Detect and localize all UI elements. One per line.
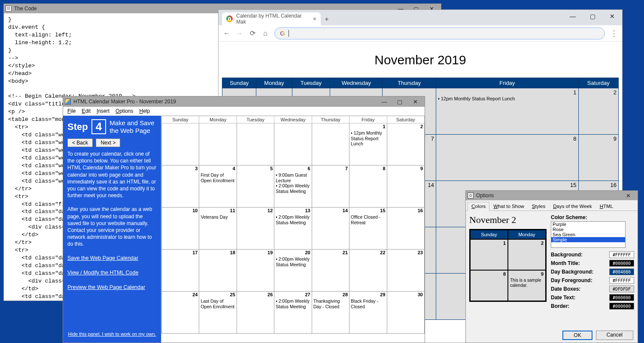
color-swatch[interactable]: #000000 [609, 294, 634, 301]
options-tabs: ColorsWhat to ShowStylesDays of the Week… [466, 200, 638, 211]
color-properties: Background:#FFFFFFMonth Title:#000000Day… [551, 251, 634, 310]
editor-calendar[interactable]: SundayMondayTuesdayWednesdayThursdayFrid… [161, 116, 425, 334]
calendar-cell[interactable]: 1• 12pm Monthly Status Report Lunch [349, 123, 387, 165]
reload-icon[interactable]: ⟳ [249, 29, 256, 37]
tab-close-icon[interactable]: × [313, 15, 316, 22]
calendar-cell[interactable]: 2 [387, 123, 424, 165]
menu-icon[interactable]: ⋮ [610, 29, 618, 38]
calendar-cell[interactable]: 8 [349, 165, 387, 208]
close-button[interactable]: ✕ [602, 10, 622, 23]
menu-file[interactable]: File [65, 107, 78, 115]
options-titlebar[interactable]: Options ✕ [466, 191, 638, 200]
color-scheme-label: Color Scheme: [551, 214, 634, 220]
calendar-cell[interactable]: 17 [162, 250, 199, 292]
home-icon[interactable]: ⌂ [261, 30, 269, 37]
maximize-button[interactable]: ▢ [583, 10, 602, 23]
cancel-button[interactable]: Cancel [596, 331, 633, 340]
menu-options[interactable]: Options [113, 107, 136, 115]
tab-styles[interactable]: Styles [528, 202, 549, 211]
calendar-cell[interactable]: 27• 2:00pm Weekly Status Meeting [274, 292, 312, 334]
color-swatch[interactable]: #FFFFFF [609, 251, 634, 258]
scheme-option[interactable]: Rose [551, 227, 625, 232]
calendar-cell[interactable]: 20• 2:00pm Weekly Status Meeting [274, 250, 312, 292]
day-header: Saturday [578, 78, 618, 88]
forward-icon[interactable]: → [236, 30, 243, 37]
color-swatch[interactable]: #DFDFDF [609, 286, 634, 292]
calendar-cell[interactable]: 29Black Friday - Closed [349, 292, 387, 334]
calendar-cell[interactable]: 13• 2:00pm Weekly Status Meeting [274, 208, 312, 250]
scheme-option[interactable]: Purple [551, 222, 625, 227]
wizard-panel: Step 4 Make and Save the Web Page < Back… [63, 116, 161, 343]
minimize-button[interactable]: — [377, 97, 392, 106]
tab-title: Calendar by HTML Calendar Mak [236, 13, 310, 25]
calendar-cell[interactable]: 21 [312, 250, 349, 292]
calendar-cell[interactable] [162, 123, 199, 165]
browser-tab[interactable]: Calendar by HTML Calendar Mak × [222, 12, 321, 25]
color-swatch[interactable]: #000000 [609, 260, 634, 267]
calendar-cell[interactable]: 9 [387, 165, 424, 208]
color-scheme-list[interactable]: PurpleRoseSea GreenSimple [551, 221, 626, 248]
menu-edit[interactable]: Edit [79, 107, 93, 115]
color-prop-label: Background: [551, 252, 607, 258]
color-swatch[interactable]: #000000 [609, 303, 634, 310]
minimize-button[interactable]: — [563, 10, 583, 23]
hide-panel-link[interactable]: Hide this panel. I wish to work on my ow… [67, 329, 157, 339]
tab-html[interactable]: HTML [596, 202, 617, 211]
next-button[interactable]: Next > [96, 138, 120, 147]
calendar-cell[interactable]: 12 [237, 208, 274, 250]
calendar-cell[interactable]: 28Thanksgiving Day - Closed [312, 292, 349, 334]
save-calendar-link[interactable]: Save the Web Page Calendar [67, 255, 157, 261]
ok-button[interactable]: OK [562, 331, 592, 340]
calendar-cell[interactable] [312, 123, 349, 165]
calendar-cell[interactable]: 18 [199, 250, 237, 292]
maker-titlebar[interactable]: HTML Calendar Maker Pro - November 2019 … [63, 96, 425, 107]
calendar-cell[interactable]: 10 [162, 208, 199, 250]
calendar-cell[interactable] [237, 123, 274, 165]
calendar-cell[interactable]: 14 [312, 208, 349, 250]
day-header: Thursday [312, 116, 349, 123]
back-button[interactable]: < Back [67, 138, 93, 147]
day-header: Tuesday [292, 78, 330, 88]
calendar-cell[interactable] [274, 123, 312, 165]
calendar-cell[interactable]: 11Veterans Day [199, 208, 237, 250]
close-button[interactable]: ✕ [620, 191, 636, 200]
calendar-cell[interactable]: 26 [237, 292, 274, 334]
menu-insert[interactable]: Insert [94, 107, 112, 115]
calendar-cell[interactable]: 4First Day of Open Enrollment [199, 165, 237, 208]
scheme-option[interactable]: Simple [551, 237, 625, 242]
calendar-cell[interactable]: 7 [312, 165, 349, 208]
close-button[interactable]: ✕ [407, 97, 423, 106]
new-tab-button[interactable]: + [321, 13, 333, 25]
address-bar[interactable]: G [274, 27, 605, 39]
menu-help[interactable]: Help [137, 107, 152, 115]
calendar-cell[interactable]: 25Last Day of Open Enrollment [199, 292, 237, 334]
preview-calendar-link[interactable]: Preview the Web Page Calendar [67, 284, 157, 290]
tab-what-to-show[interactable]: What to Show [489, 202, 528, 211]
calendar-cell[interactable]: 24 [162, 292, 199, 334]
back-icon[interactable]: ← [223, 30, 231, 37]
calendar-cell[interactable]: 6• 9:00am Guest Lecture • 2:00pm Weekly … [274, 165, 312, 208]
calendar-cell[interactable] [199, 123, 237, 165]
calendar-cell[interactable]: 3 [162, 165, 199, 208]
calendar-cell[interactable]: 23 [387, 250, 424, 292]
step-number: 4 [91, 119, 106, 134]
scheme-option[interactable]: Sea Green [551, 232, 625, 237]
calendar-editor: SundayMondayTuesdayWednesdayThursdayFrid… [161, 116, 425, 343]
browser-toolbar: ← → ⟳ ⌂ G ⋮ [219, 25, 622, 42]
calendar-cell[interactable]: 16 [387, 208, 424, 250]
calendar-cell[interactable]: 19 [237, 250, 274, 292]
calendar-cell[interactable]: 15Office Closed - Retreat [349, 208, 387, 250]
calendar-cell[interactable]: 22 [349, 250, 387, 292]
preview-cell: 8 [470, 270, 508, 301]
day-header: Friday [349, 116, 387, 123]
maximize-button[interactable]: ▢ [392, 97, 407, 106]
day-header: Monday [256, 78, 292, 88]
preview-calendar: SundayMonday 1289This is a sample calend… [469, 229, 547, 302]
color-swatch[interactable]: #FFFFFF [609, 277, 634, 284]
tab-days-of-the-week[interactable]: Days of the Week [549, 202, 596, 211]
tab-colors[interactable]: Colors [468, 202, 489, 211]
calendar-cell[interactable]: 30 [387, 292, 424, 334]
view-code-link[interactable]: View / Modify the HTML Code [67, 270, 157, 276]
color-swatch[interactable]: #004080 [609, 268, 634, 275]
calendar-cell[interactable]: 5 [237, 165, 274, 208]
